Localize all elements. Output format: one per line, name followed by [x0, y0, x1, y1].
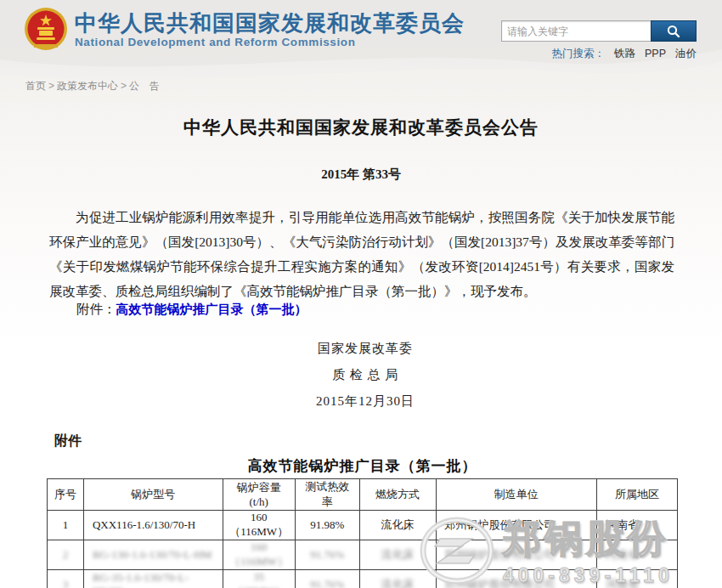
table-cell: 160（116MW） — [223, 540, 295, 570]
table-header-cell: 燃烧方式 — [359, 479, 436, 511]
breadcrumb-item[interactable]: 首页 — [25, 80, 46, 92]
site-title-english: National Development and Reform Commissi… — [75, 36, 465, 48]
table-row: 3RG-35-1.6-130/70-L-HK(II)35（35MW）91.76%… — [48, 570, 678, 588]
table-cell: 1 — [48, 511, 84, 540]
hot-keyword[interactable]: 油价 — [675, 48, 697, 59]
table-row: 1QXX116-1.6/130/70-H160（116MW）91.98%流化床郑… — [48, 511, 678, 540]
national-emblem-icon — [23, 7, 69, 53]
breadcrumb: 首页>政策发布中心>公 告 — [25, 79, 160, 93]
table-cell: 35（35MW） — [223, 570, 295, 588]
attachment-link[interactable]: 高效节能锅炉推广目录（第一批） — [116, 302, 307, 316]
table-cell: 河南省 — [597, 570, 678, 588]
catalog-table-title: 高效节能锅炉推广目录（第一批） — [47, 456, 678, 476]
table-cell: 91.76% — [295, 570, 359, 588]
table-cell: 郑州锅炉股份有限公司 — [436, 540, 597, 570]
table-cell: 流化床 — [359, 540, 436, 570]
table-header-cell: 序号 — [48, 479, 84, 511]
table-cell: RG-130-1.6-130/70-L-HM — [83, 540, 223, 570]
table-cell: 160（116MW） — [223, 511, 295, 540]
table-cell: 流化床 — [359, 511, 436, 540]
signer-aqsiq: 质 检 总 局 — [276, 367, 454, 383]
search-icon — [667, 25, 680, 38]
table-cell: QXX116-1.6/130/70-H — [83, 511, 223, 540]
table-header-cell: 所属地区 — [597, 479, 678, 511]
attachment-label: 附件： — [76, 302, 116, 316]
breadcrumb-item[interactable]: 政策发布中心 — [57, 80, 118, 92]
table-cell: 2 — [48, 540, 84, 570]
table-header-cell: 锅炉容量(t/h) — [223, 479, 295, 511]
hot-keyword[interactable]: PPP — [645, 48, 666, 59]
breadcrumb-item: 公 告 — [129, 80, 160, 92]
table-cell: 流化床 — [359, 570, 436, 588]
signature-block: 国家发展改革委 质 检 总 局 2015年12月30日 — [276, 341, 454, 420]
table-row: 2RG-130-1.6-130/70-L-HM160（116MW）91.76%流… — [48, 540, 678, 570]
table-cell: 河南省 — [597, 540, 678, 570]
table-header-cell: 测试热效率 — [295, 479, 359, 511]
table-header-row: 序号锅炉型号锅炉容量(t/h)测试热效率燃烧方式制造单位所属地区 — [48, 479, 678, 511]
table-cell: RG-35-1.6-130/70-L-HK(II) — [83, 570, 223, 588]
announcement-title: 中华人民共和国国家发展和改革委员会公告 — [0, 116, 722, 139]
table-cell: 河南省 — [597, 511, 678, 540]
hot-search-label: 热门搜索： — [551, 48, 605, 59]
table-cell: 郑州锅炉股份有限公司 — [436, 511, 597, 540]
announcement-number: 2015年 第33号 — [0, 167, 722, 183]
table-cell: 91.76% — [295, 540, 359, 570]
site-title-chinese: 中华人民共和国国家发展和改革委员会 — [75, 11, 465, 35]
announcement-paragraph: 为促进工业锅炉能源利用效率提升，引导用能单位选用高效节能锅炉，按照国务院《关于加… — [49, 205, 674, 303]
search-input[interactable] — [501, 20, 651, 42]
breadcrumb-separator: > — [121, 80, 127, 92]
search-area: 热门搜索：铁路PPP油价 — [501, 20, 697, 61]
hot-keyword[interactable]: 铁路 — [614, 48, 635, 59]
page: 中华人民共和国国家发展和改革委员会 National Development a… — [0, 0, 722, 588]
table-cell: 3 — [48, 570, 84, 588]
attachment-line: 附件：高效节能锅炉推广目录（第一批） — [76, 301, 307, 319]
attachment-section-label: 附件 — [54, 433, 82, 450]
site-header: 中华人民共和国国家发展和改革委员会 National Development a… — [0, 0, 722, 78]
signature-date: 2015年12月30日 — [276, 393, 454, 410]
breadcrumb-separator: > — [48, 80, 54, 92]
table-header-cell: 制造单位 — [436, 479, 597, 511]
table-cell: 郑州锅炉股份有限公司 — [436, 570, 597, 588]
table-header-cell: 锅炉型号 — [83, 479, 223, 511]
search-button[interactable] — [651, 20, 697, 42]
hot-search-row: 热门搜索：铁路PPP油价 — [501, 47, 697, 61]
signer-ndrc: 国家发展改革委 — [276, 341, 454, 357]
table-cell: 91.98% — [295, 511, 359, 540]
hot-keywords: 铁路PPP油价 — [605, 48, 697, 59]
boiler-catalog-table: 序号锅炉型号锅炉容量(t/h)测试热效率燃烧方式制造单位所属地区 1QXX116… — [47, 478, 678, 588]
